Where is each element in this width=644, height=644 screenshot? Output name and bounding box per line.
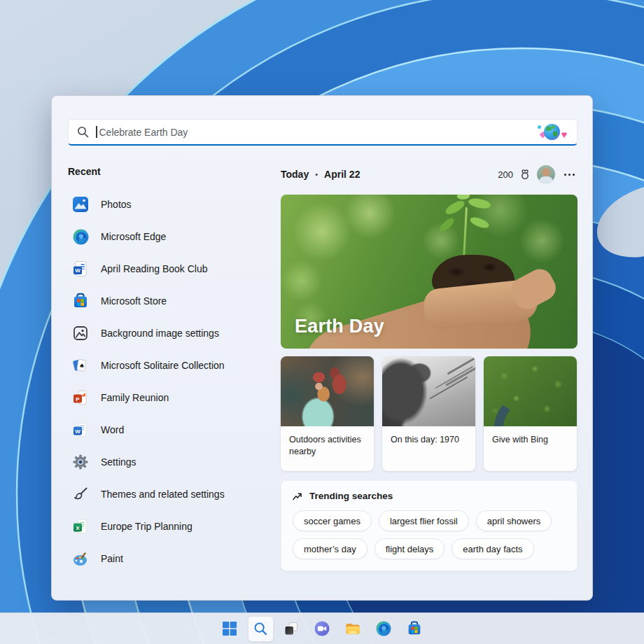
forest-aerial-photo xyxy=(484,356,577,426)
recent-section: Recent Photos xyxy=(68,166,274,575)
today-section: Today • April 22 200 xyxy=(281,165,578,571)
recent-item-microsoft-solitaire-collection[interactable]: ♠ Microsoft Solitaire Collection xyxy=(68,349,274,382)
on-this-day-photo xyxy=(382,356,475,426)
recent-item-paint[interactable]: Paint xyxy=(68,542,274,575)
recent-item-label: Settings xyxy=(101,456,136,468)
excel-icon: X xyxy=(71,517,90,536)
paintbrush-icon xyxy=(71,485,90,503)
task-view-icon xyxy=(284,621,299,636)
seedling-leaf-art xyxy=(444,199,467,216)
recent-item-background-image-settings[interactable]: Background image settings xyxy=(68,317,274,349)
recent-item-microsoft-edge[interactable]: Microsoft Edge xyxy=(68,220,274,253)
recent-item-label: Microsoft Solitaire Collection xyxy=(101,360,225,371)
trending-searches-title: Trending searches xyxy=(309,491,393,501)
chat-icon xyxy=(314,620,330,637)
taskbar-edge-icon xyxy=(375,620,392,637)
trending-chip[interactable]: mother’s day xyxy=(293,538,368,559)
trending-chip[interactable]: april showers xyxy=(476,510,552,531)
heart-emoji-icon: ♥ xyxy=(561,130,567,139)
today-header: Today • April 22 200 xyxy=(281,165,578,183)
svg-text:X: X xyxy=(76,525,80,531)
rewards-points[interactable]: 200 xyxy=(498,169,513,180)
trending-arrow-icon xyxy=(293,491,302,500)
taskbar-search-button[interactable] xyxy=(248,616,274,642)
recent-item-label: Microsoft Edge xyxy=(101,231,166,242)
recent-item-april-reading-book-club[interactable]: W April Reading Book Club xyxy=(68,253,274,285)
seedling-leaf-art xyxy=(468,196,491,211)
earth-day-hero-card[interactable]: Earth Day xyxy=(281,195,578,349)
seedling-leaf-art xyxy=(437,216,456,233)
recent-heading: Recent xyxy=(68,166,274,177)
windows-logo-icon xyxy=(222,621,237,636)
recent-item-microsoft-store[interactable]: Microsoft Store xyxy=(68,285,274,317)
avatar-bust xyxy=(539,176,553,183)
user-avatar[interactable] xyxy=(537,165,555,183)
recent-item-label: Microsoft Store xyxy=(101,295,167,307)
recent-item-label: Paint xyxy=(101,553,123,564)
search-flyout-panel: Celebrate Earth Day ♥ Recent xyxy=(51,95,593,601)
taskbar-store-button[interactable] xyxy=(402,616,428,642)
recent-list: Photos Microsoft Edge xyxy=(68,188,274,575)
taskbar-edge-button[interactable] xyxy=(371,616,397,642)
flower-branch-art xyxy=(429,377,468,400)
seedling-leaf-art xyxy=(469,214,490,230)
word-icon: W xyxy=(71,421,90,439)
svg-text:♠: ♠ xyxy=(78,362,85,370)
recent-item-photos[interactable]: Photos xyxy=(68,188,274,220)
seedling-stem-art xyxy=(463,207,468,260)
task-view-button[interactable] xyxy=(279,616,304,642)
search-input-placeholder[interactable]: Celebrate Earth Day xyxy=(99,127,188,138)
seedling-leaf-art xyxy=(457,195,470,200)
paint-palette-icon xyxy=(71,550,90,568)
more-options-button[interactable] xyxy=(561,169,578,180)
today-date: April 22 xyxy=(324,169,360,180)
photos-icon xyxy=(71,195,90,214)
river-art xyxy=(486,371,577,426)
trending-chips: soccer games largest flier fossil april … xyxy=(293,510,566,559)
svg-text:P: P xyxy=(76,396,80,402)
recent-item-label: Word xyxy=(101,424,124,435)
trending-chip[interactable]: soccer games xyxy=(293,510,372,531)
recent-item-family-reunion[interactable]: P Family Reunion xyxy=(68,382,274,414)
desktop: Celebrate Earth Day ♥ Recent xyxy=(0,0,644,644)
card-on-this-day[interactable]: On this day: 1970 xyxy=(382,356,475,471)
trending-chip[interactable]: flight delays xyxy=(374,538,445,559)
sparkle-dot-icon xyxy=(538,125,541,129)
taskbar-search-icon xyxy=(253,622,268,636)
search-box[interactable]: Celebrate Earth Day ♥ xyxy=(68,119,578,146)
story-cards-row: Outdoors activities nearby On this day: … xyxy=(281,356,578,471)
recent-item-label: Photos xyxy=(101,199,132,210)
recent-item-label: Background image settings xyxy=(101,328,219,339)
edge-icon xyxy=(71,227,90,246)
file-explorer-button[interactable] xyxy=(340,616,366,642)
chat-button[interactable] xyxy=(309,616,335,642)
image-icon xyxy=(71,324,90,342)
hero-title: Earth Day xyxy=(295,316,384,337)
trending-searches-panel: Trending searches soccer games largest f… xyxy=(281,480,578,571)
gear-icon xyxy=(71,453,90,471)
text-caret xyxy=(96,126,97,138)
card-give-with-bing[interactable]: Give with Bing xyxy=(484,356,577,471)
svg-text:W: W xyxy=(75,428,80,435)
trending-chip[interactable]: earth day facts xyxy=(451,538,533,559)
recent-item-label: Europe Trip Planning xyxy=(101,521,192,532)
taskbar-store-icon xyxy=(406,620,423,637)
taskbar xyxy=(0,612,644,644)
rewards-medal-icon[interactable] xyxy=(519,169,531,180)
recent-item-themes-and-related-settings[interactable]: Themes and related settings xyxy=(68,478,274,510)
svg-text:W: W xyxy=(75,267,80,274)
recent-item-word[interactable]: W Word xyxy=(68,414,274,446)
card-label: Outdoors activities nearby xyxy=(281,426,374,458)
start-button[interactable] xyxy=(217,616,243,642)
search-icon xyxy=(77,126,89,138)
avatar-head xyxy=(542,168,550,176)
card-outdoors-activities[interactable]: Outdoors activities nearby xyxy=(281,356,374,471)
recent-item-settings[interactable]: Settings xyxy=(68,446,274,478)
recent-item-label: April Reading Book Club xyxy=(101,263,208,274)
card-label: Give with Bing xyxy=(484,426,577,446)
outdoors-photo xyxy=(281,356,374,426)
trending-chip[interactable]: largest flier fossil xyxy=(379,510,469,531)
store-icon xyxy=(71,292,90,310)
recent-item-europe-trip-planning[interactable]: X Europe Trip Planning xyxy=(68,510,274,542)
solitaire-cards-icon: ♠ xyxy=(71,356,90,374)
